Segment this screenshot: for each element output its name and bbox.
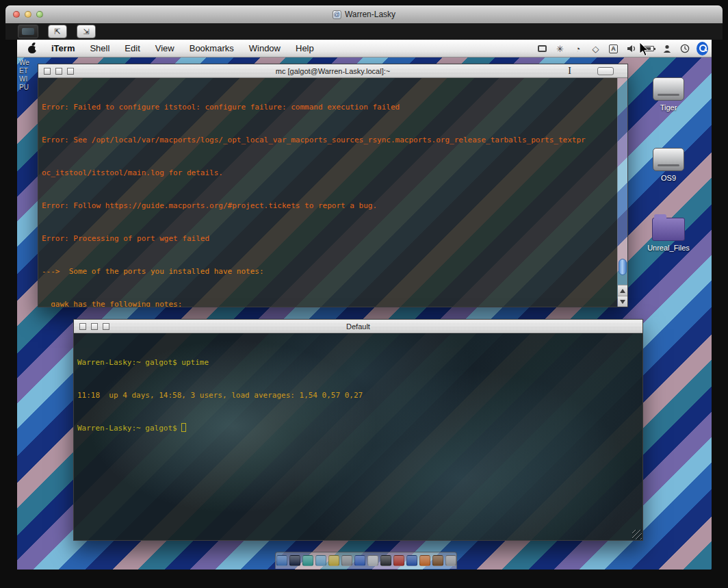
window-terminal-2: Default Warren-Lasky:~ galgot$ uptime 11… xyxy=(73,319,643,541)
apple-leaf xyxy=(31,42,35,47)
menu-item-view[interactable]: View xyxy=(148,43,182,53)
dock-icon[interactable] xyxy=(289,555,300,566)
ibeam-cursor-icon: I xyxy=(568,66,571,77)
dock-icon[interactable] xyxy=(341,555,352,566)
dock-icon[interactable] xyxy=(432,555,443,566)
terminal-line: gawk has the following notes: xyxy=(42,299,617,307)
dock-icon[interactable] xyxy=(380,555,391,566)
desktop-text-fragment: ET xyxy=(19,67,28,75)
window-controls xyxy=(13,11,43,18)
title-group: @ Warren-Lasky xyxy=(333,10,395,19)
remote-titlebar[interactable]: @ Warren-Lasky xyxy=(5,5,723,23)
desktop-text-fragment: PU xyxy=(19,84,29,91)
volume-icon[interactable] xyxy=(625,43,637,55)
remote-toolbar: ⇱ ⇲ xyxy=(5,23,723,40)
close-button[interactable] xyxy=(13,11,20,18)
terminal-line: Warren-Lasky:~ galgot$ uptime xyxy=(77,357,642,368)
terminal-line: oc_itstool/itstool/main.log for details. xyxy=(42,168,617,179)
dock-icon[interactable] xyxy=(328,555,339,566)
remote-screen: iTerm Shell Edit View Bookmarks Window H… xyxy=(17,40,712,570)
scroll-up-button[interactable] xyxy=(618,285,627,296)
user-switch-icon[interactable] xyxy=(661,43,673,55)
menu-item-edit[interactable]: Edit xyxy=(117,43,147,53)
dock-icon[interactable] xyxy=(302,555,313,566)
clock-icon[interactable] xyxy=(679,43,690,55)
spotlight-icon[interactable] xyxy=(697,43,708,55)
drive-icon xyxy=(653,77,684,101)
dock-icon[interactable] xyxy=(393,555,404,566)
window1-title: mc [galgot@Warren-Lasky.local]:~ xyxy=(38,67,627,75)
dock-icon[interactable] xyxy=(445,555,456,566)
status-tray: ✳ ◔ ◇ A xyxy=(536,40,712,57)
dock-icon[interactable] xyxy=(276,555,287,566)
bluetooth-icon[interactable]: ✳ xyxy=(554,43,566,55)
menu-item-help[interactable]: Help xyxy=(288,43,322,53)
apple-menu-icon[interactable] xyxy=(28,43,38,53)
window-proxy-icon: @ xyxy=(333,10,341,19)
input-menu-icon[interactable]: A xyxy=(608,43,619,55)
drive-icon xyxy=(653,148,684,171)
resize-grip[interactable] xyxy=(632,530,642,539)
window-terminal-1: mc [galgot@Warren-Lasky.local]:~ I Error… xyxy=(38,64,628,307)
airport-icon[interactable]: ◇ xyxy=(590,43,601,55)
inactive-text-cursor xyxy=(181,423,186,432)
scroll-down-button[interactable] xyxy=(618,296,627,307)
remote-window-title: Warren-Lasky xyxy=(345,10,395,19)
scrollbar[interactable] xyxy=(617,78,627,307)
window1-titlebar[interactable]: mc [galgot@Warren-Lasky.local]:~ I xyxy=(38,64,627,78)
remote-desktop-app: @ Warren-Lasky ⇱ ⇲ iTerm Shell Edit View… xyxy=(0,0,728,588)
desktop-icon-label: Unreal_Files xyxy=(647,244,690,252)
capture-screen-button[interactable]: ⇲ xyxy=(77,25,96,38)
desktop-icon-unreal-files[interactable]: Unreal_Files xyxy=(647,218,690,252)
terminal-line: Error: Processing of port wget failed xyxy=(42,233,617,244)
dock-icon[interactable] xyxy=(406,555,417,566)
minimize-button[interactable] xyxy=(25,11,31,18)
desktop-icon-label: OS9 xyxy=(647,174,690,182)
window2-titlebar[interactable]: Default xyxy=(74,320,642,333)
terminal-prompt-line: Warren-Lasky:~ galgot$ xyxy=(77,423,642,434)
dock-icon[interactable] xyxy=(354,555,365,566)
terminal-line: ---> Some of the ports you installed hav… xyxy=(42,266,617,277)
terminal-line: Error: See /opt/local/var/macports/logs/… xyxy=(42,135,617,146)
desktop-text-fragment: WI xyxy=(19,75,27,83)
dock-icon[interactable] xyxy=(315,555,326,566)
terminal-line: Error: Failed to configure itstool: conf… xyxy=(42,102,617,113)
screen-sharing-icon[interactable] xyxy=(18,25,38,38)
terminal1-content[interactable]: Error: Failed to configure itstool: conf… xyxy=(38,78,617,307)
window2-title: Default xyxy=(74,322,642,331)
terminal-line: Error: Follow https://guide.macports.org… xyxy=(42,201,617,212)
terminal-line: 11:18 up 4 days, 14:58, 3 users, load av… xyxy=(77,390,642,401)
dock-icon[interactable] xyxy=(419,555,430,566)
zoom-button[interactable] xyxy=(36,11,43,18)
menu-item-window[interactable]: Window xyxy=(242,43,288,53)
folder-icon xyxy=(652,218,685,241)
desktop-icon-label: Tiger xyxy=(647,103,690,112)
terminal2-content[interactable]: Warren-Lasky:~ galgot$ uptime 11:18 up 4… xyxy=(74,333,642,540)
menu-item-bookmarks[interactable]: Bookmarks xyxy=(182,43,242,53)
classic-icon[interactable]: ◔ xyxy=(572,43,584,55)
desktop-text-fragment: We xyxy=(19,59,29,66)
menu-item-shell[interactable]: Shell xyxy=(82,43,117,53)
send-keys-button[interactable]: ⇱ xyxy=(48,25,67,38)
menu-item-iterm[interactable]: iTerm xyxy=(44,43,82,53)
dock xyxy=(275,552,457,569)
mouse-cursor-icon xyxy=(639,42,650,60)
desktop-icon-tiger[interactable]: Tiger xyxy=(647,77,690,112)
scrollbar-thumb[interactable] xyxy=(619,259,627,275)
dock-icon[interactable] xyxy=(367,555,378,566)
desktop-icon-os9[interactable]: OS9 xyxy=(647,148,690,182)
toolbar-toggle-widget[interactable] xyxy=(597,67,614,75)
displays-icon[interactable] xyxy=(536,43,548,55)
